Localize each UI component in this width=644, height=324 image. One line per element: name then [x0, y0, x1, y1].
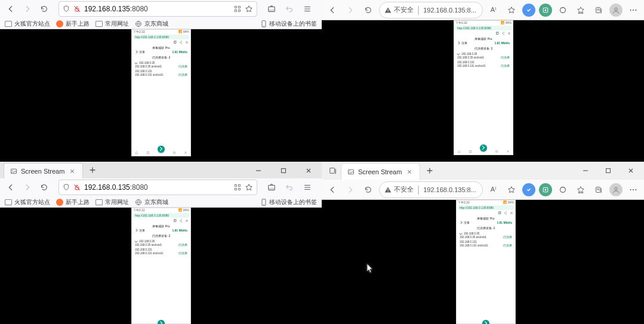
- reload-button[interactable]: [361, 3, 375, 17]
- forward-button[interactable]: [20, 2, 35, 16]
- phone-toolbar: [454, 31, 513, 36]
- mobile-bookmarks-link[interactable]: 移动设备上的书签: [261, 198, 317, 206]
- undo-icon[interactable]: [282, 2, 297, 16]
- bookmark-item[interactable]: 常用网址: [95, 20, 129, 28]
- qr-icon[interactable]: [234, 5, 241, 13]
- bookmark-item[interactable]: 新手上路: [56, 198, 90, 206]
- phone-nav-bar: [454, 148, 513, 155]
- extensions-button[interactable]: [556, 183, 570, 197]
- bookmark-item[interactable]: 京东商城: [135, 198, 168, 206]
- forward-button[interactable]: [343, 3, 358, 17]
- bookmark-item[interactable]: 京东商城: [135, 20, 168, 28]
- svg-rect-14: [147, 152, 149, 154]
- read-aloud-button[interactable]: A⁾: [486, 3, 501, 17]
- read-aloud-button[interactable]: A⁾: [486, 183, 501, 197]
- shield-icon: [63, 184, 70, 191]
- svg-rect-1: [235, 7, 237, 8]
- extension-blue-icon[interactable]: [522, 4, 535, 17]
- svg-point-11: [181, 41, 182, 42]
- back-button[interactable]: [4, 2, 18, 16]
- new-tab-button[interactable]: [423, 163, 437, 178]
- reload-button[interactable]: [37, 2, 51, 16]
- svg-point-30: [502, 33, 503, 33]
- svg-point-34: [507, 150, 509, 152]
- favorite-star-icon[interactable]: [504, 183, 519, 197]
- svg-rect-55: [606, 169, 611, 173]
- profile-avatar[interactable]: [609, 183, 623, 196]
- menu-button[interactable]: [300, 2, 315, 16]
- back-button[interactable]: [325, 183, 340, 197]
- menu-button[interactable]: [300, 180, 315, 195]
- phone-section-title: 已连接设备: 2: [131, 55, 191, 59]
- close-tab-button[interactable]: [405, 168, 414, 176]
- streamed-phone: 下午2:22📶84% http://192.168.0.135:8080 屏幕捕…: [456, 200, 516, 324]
- bookmark-star-icon[interactable]: [245, 183, 253, 192]
- favorites-button[interactable]: [574, 183, 588, 197]
- svg-point-69: [504, 212, 505, 213]
- phone-icon: [261, 20, 267, 27]
- bookmark-item[interactable]: 新手上路: [56, 20, 90, 28]
- extensions-button[interactable]: [556, 3, 570, 17]
- warning-triangle-icon: [384, 186, 392, 193]
- tabs-overview-button[interactable]: [325, 163, 341, 178]
- tabs-icon: [146, 151, 150, 155]
- collections-button[interactable]: [591, 3, 606, 17]
- back-button[interactable]: [325, 3, 340, 17]
- window-close-button[interactable]: [298, 164, 319, 177]
- svg-rect-41: [235, 189, 237, 190]
- extension-blue-icon[interactable]: [522, 183, 535, 196]
- screenshot-icon[interactable]: [264, 2, 279, 16]
- svg-rect-52: [330, 168, 335, 174]
- bookmark-star-icon[interactable]: [245, 5, 253, 13]
- phone-stat-row: 流量1.91 Mbit/s: [131, 50, 191, 54]
- window-minimize-button[interactable]: [248, 164, 269, 177]
- folder-icon: [95, 21, 103, 27]
- pane-top-left: 192.168.0.135:8080 火狐官方站点 新手上路 常用网址 京东商城…: [0, 0, 322, 162]
- url-text: 192.168.0.135:8...: [423, 7, 476, 14]
- address-bar[interactable]: 不安全 | 192.168.0.135:8...: [379, 2, 483, 18]
- window-maximize-button[interactable]: [597, 163, 619, 178]
- window-maximize-button[interactable]: [273, 164, 294, 177]
- undo-icon[interactable]: [282, 180, 297, 195]
- back-button[interactable]: [4, 180, 18, 195]
- favorites-button[interactable]: [574, 3, 588, 17]
- svg-point-20: [545, 9, 547, 11]
- collections-button[interactable]: [591, 183, 606, 197]
- window-minimize-button[interactable]: [575, 163, 596, 178]
- bookmark-item[interactable]: 常用网址: [95, 198, 129, 206]
- browser-tab[interactable]: Screen Stream: [4, 163, 83, 178]
- forward-button[interactable]: [20, 180, 35, 195]
- warning-triangle-icon: [384, 7, 392, 14]
- phone-client-block: 192.168.0.131 192.168.0.131 android1已连接: [131, 70, 191, 77]
- tab-favicon-icon: [10, 168, 17, 175]
- reload-button[interactable]: [361, 183, 375, 197]
- qr-icon[interactable]: [234, 184, 241, 191]
- address-bar[interactable]: 192.168.0.135:8080: [58, 180, 257, 195]
- svg-point-31: [504, 34, 504, 35]
- extension-green-icon[interactable]: [539, 4, 552, 17]
- screenshot-icon[interactable]: [264, 180, 279, 195]
- history-icon: [495, 150, 498, 153]
- profile-avatar[interactable]: [609, 4, 623, 17]
- folder-icon: [5, 199, 12, 205]
- address-bar[interactable]: 不安全 | 192.168.0.135:8...: [379, 181, 483, 198]
- copy-icon: [498, 211, 501, 215]
- window-close-button[interactable]: [620, 163, 642, 178]
- menu-button[interactable]: [626, 3, 640, 17]
- menu-button[interactable]: [626, 183, 640, 197]
- favorite-star-icon[interactable]: [504, 3, 519, 17]
- browser-tab[interactable]: Screen Stream: [341, 163, 420, 180]
- svg-point-54: [349, 170, 350, 171]
- forward-button[interactable]: [343, 183, 358, 197]
- close-tab-button[interactable]: [68, 167, 76, 175]
- mobile-bookmarks-link[interactable]: 移动设备上的书签: [261, 20, 317, 28]
- address-bar[interactable]: 192.168.0.135:8080: [58, 1, 257, 17]
- bookmark-item[interactable]: 火狐官方站点: [5, 198, 50, 206]
- window-controls: [248, 164, 319, 177]
- phone-section-title: 屏幕捕获 Pro: [131, 46, 191, 50]
- profile-icon: [184, 151, 187, 155]
- reload-button[interactable]: [37, 180, 51, 195]
- bookmark-item[interactable]: 火狐官方站点: [5, 20, 50, 28]
- extension-green-icon[interactable]: [539, 183, 552, 196]
- new-tab-button[interactable]: [85, 163, 100, 177]
